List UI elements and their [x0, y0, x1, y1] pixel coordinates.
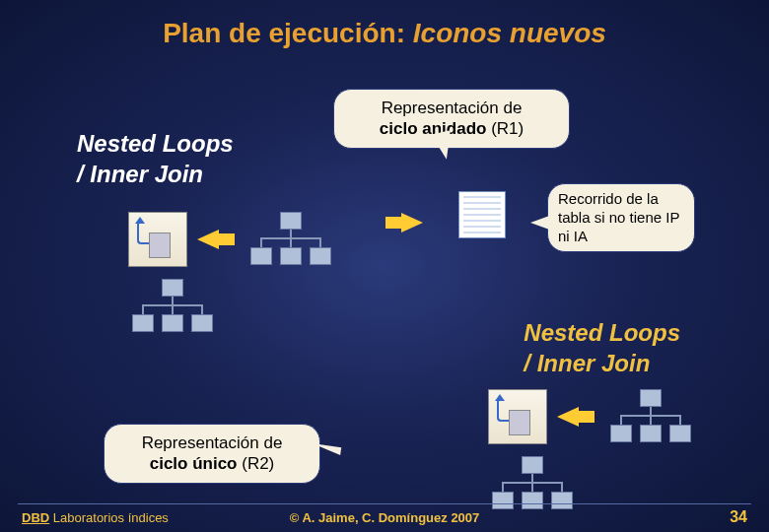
- callout-r2-tail: [310, 443, 341, 467]
- flow-arrow-icon: [197, 230, 219, 249]
- title-prefix: Plan de ejecución:: [163, 18, 413, 48]
- tree-plan-icon: [128, 279, 217, 334]
- footer-link: DBD: [22, 510, 49, 525]
- tree-plan-icon: [246, 212, 335, 267]
- tree-plan-icon: [606, 389, 695, 444]
- nested-loops-icon: [488, 389, 547, 444]
- callout-r2: Representación de ciclo único (R2): [104, 424, 320, 484]
- callout-scan-tail: [530, 215, 552, 231]
- flow-arrow-icon: [401, 213, 423, 233]
- slide-footer: DBD Laboratorios índices © A. Jaime, C. …: [0, 508, 769, 526]
- icon-group-bottom-right: [488, 389, 547, 448]
- slide-title: Plan de ejecución: Iconos nuevos: [0, 0, 769, 49]
- nested-loops-label-bottom: Nested Loops / Inner Join: [524, 317, 680, 378]
- nested-loops-label-top: Nested Loops / Inner Join: [77, 128, 234, 189]
- footer-divider: [18, 503, 751, 504]
- nested-loops-icon: [128, 212, 187, 267]
- footer-copyright: © A. Jaime, C. Domínguez 2007: [290, 510, 480, 525]
- table-scan-icon: [458, 191, 506, 238]
- flow-arrow-icon: [557, 407, 579, 427]
- footer-subject: Laboratorios índices: [53, 510, 169, 525]
- title-emphasis: Iconos nuevos: [413, 18, 606, 48]
- icon-group-top-left: [128, 212, 187, 271]
- callout-scan: Recorrido de la tabla si no tiene IP ni …: [547, 183, 695, 252]
- page-number: 34: [730, 508, 747, 526]
